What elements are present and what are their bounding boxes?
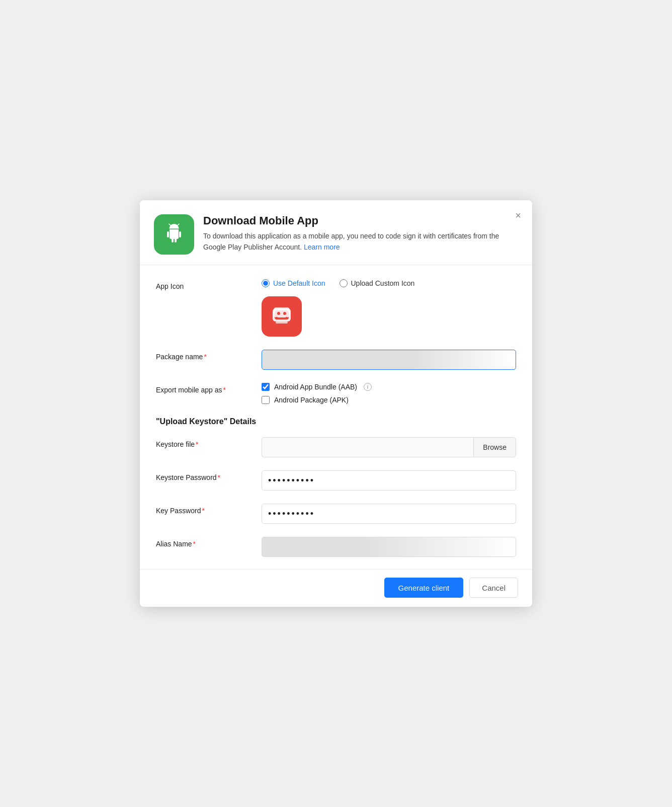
keystore-password-input[interactable] <box>262 470 516 491</box>
svg-rect-9 <box>276 321 288 324</box>
keystore-password-control <box>262 470 516 491</box>
svg-line-3 <box>178 224 179 225</box>
alias-name-label: Alias Name* <box>156 537 262 548</box>
dialog-footer: Generate client Cancel <box>140 569 532 607</box>
package-name-row: Package name* <box>156 350 516 370</box>
icon-radio-group: Use Default Icon Upload Custom Icon <box>262 279 516 287</box>
browse-button[interactable]: Browse <box>473 437 516 457</box>
apk-checkbox[interactable] <box>262 396 270 404</box>
export-control: Android App Bundle (AAB) i Android Packa… <box>262 383 516 404</box>
app-icon-label: App Icon <box>156 279 262 290</box>
key-password-input[interactable] <box>262 504 516 524</box>
upload-custom-radio[interactable] <box>340 279 348 287</box>
svg-line-2 <box>169 224 171 225</box>
keystore-file-control: Browse <box>262 437 516 457</box>
aab-checkbox[interactable] <box>262 383 270 391</box>
app-icon-row: App Icon Use Default Icon Upload Custom … <box>156 279 516 337</box>
key-password-label: Key Password* <box>156 504 262 515</box>
package-name-control <box>262 350 516 370</box>
header-text: Download Mobile App To download this app… <box>203 214 516 253</box>
svg-point-1 <box>176 226 177 227</box>
keystore-file-label: Keystore file* <box>156 437 262 448</box>
android-svg <box>162 222 186 247</box>
package-name-input[interactable] <box>262 350 516 370</box>
alias-name-input[interactable] <box>262 537 516 557</box>
generate-client-button[interactable]: Generate client <box>384 578 464 598</box>
export-label: Export mobile app as* <box>156 383 262 394</box>
keystore-file-input[interactable] <box>262 437 473 457</box>
use-default-icon-option[interactable]: Use Default Icon <box>262 279 325 287</box>
package-name-label: Package name* <box>156 350 262 361</box>
svg-point-7 <box>277 312 280 315</box>
dialog-description: To download this application as a mobile… <box>203 230 516 253</box>
aab-info-icon: i <box>364 383 372 391</box>
apk-option[interactable]: Android Package (APK) <box>262 396 516 404</box>
dialog-title: Download Mobile App <box>203 214 516 227</box>
keystore-password-row: Keystore Password* <box>156 470 516 491</box>
use-default-radio[interactable] <box>262 279 270 287</box>
aab-option[interactable]: Android App Bundle (AAB) i <box>262 383 516 391</box>
download-mobile-app-dialog: Download Mobile App To download this app… <box>140 200 532 607</box>
upload-custom-icon-option[interactable]: Upload Custom Icon <box>340 279 415 287</box>
close-button[interactable]: × <box>513 208 523 222</box>
dialog-header: Download Mobile App To download this app… <box>140 200 532 265</box>
app-icon-preview <box>262 296 302 337</box>
svg-rect-6 <box>274 307 290 317</box>
keystore-section-title: "Upload Keystore" Details <box>156 417 516 426</box>
app-preview-svg <box>269 303 295 330</box>
file-input-row: Browse <box>262 437 516 457</box>
cancel-button[interactable]: Cancel <box>469 578 518 598</box>
app-icon-control: Use Default Icon Upload Custom Icon <box>262 279 516 337</box>
svg-point-0 <box>172 226 173 227</box>
export-row: Export mobile app as* Android App Bundle… <box>156 383 516 404</box>
android-logo-icon <box>154 214 194 255</box>
alias-name-row: Alias Name* <box>156 537 516 557</box>
svg-point-8 <box>283 312 286 315</box>
export-checkbox-group: Android App Bundle (AAB) i Android Packa… <box>262 383 516 404</box>
learn-more-link[interactable]: Learn more <box>304 243 340 251</box>
key-password-control <box>262 504 516 524</box>
keystore-file-row: Keystore file* Browse <box>156 437 516 457</box>
dialog-body: App Icon Use Default Icon Upload Custom … <box>140 265 532 569</box>
alias-name-control <box>262 537 516 557</box>
keystore-password-label: Keystore Password* <box>156 470 262 481</box>
key-password-row: Key Password* <box>156 504 516 524</box>
